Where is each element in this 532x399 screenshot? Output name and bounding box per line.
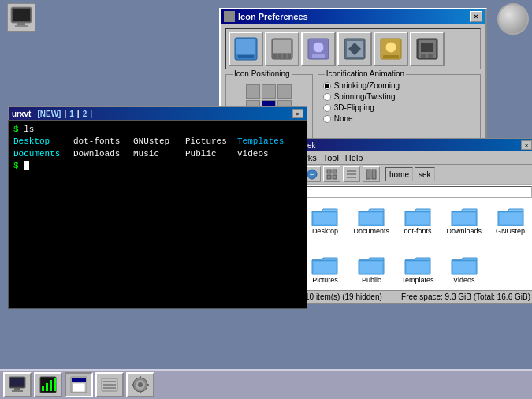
folder-icon-dotfonts [404,205,432,227]
svg-rect-43 [314,262,336,273]
terminal-col-videos: Videos [237,148,269,160]
svg-rect-1 [13,9,30,21]
terminal-prompt-symbol: $ [13,125,24,134]
icon-style-btn-5[interactable] [374,32,408,66]
folder-name-templates: Templates [401,277,433,285]
terminal-col-public: Public [185,148,233,160]
icon-prefs-toolbar [225,28,481,69]
svg-rect-21 [383,55,399,58]
icon-prefs-titlebar: Icon Preferences × [221,9,485,24]
filemanager-toolbar: ↩ home sek [300,165,532,185]
taskbar-item-2[interactable] [34,372,62,397]
svg-rect-40 [407,213,429,224]
fm-search-input[interactable] [303,186,532,198]
animation-option-3[interactable]: 3D-Flipping [323,103,475,112]
fm-folder-desktop[interactable]: Desktop [303,203,347,249]
fm-folder-gnustep[interactable]: GNUstep [489,203,532,249]
fm-path-area: home sek [385,167,435,181]
terminal-cursor [24,161,29,170]
terminal-tab-new[interactable]: [NEW] [37,110,61,118]
fm-path-search-button[interactable]: sek [415,167,435,181]
pos-cell-2[interactable] [262,84,276,99]
terminal-tab-sep-1: | [64,110,66,118]
terminal-col-pictures: Pictures [185,136,233,147]
icon-style-btn-2[interactable] [265,32,299,66]
svg-rect-42 [500,213,522,224]
icon-style-btn-1[interactable] [229,32,263,66]
svg-rect-58 [73,383,85,392]
iconification-animation-section: Iconification Animation Shrinking/Zoomin… [318,74,481,142]
terminal-line-row2: Documents Downloads Music Public Videos [13,148,302,160]
terminal-command-ls: ls [24,125,34,134]
terminal-tab-sep-2: | [77,110,80,118]
filemanager-content: Desktop Documents dot-fonts [300,200,532,301]
terminal-body[interactable]: $ ls Desktop dot-fonts GNUstep Pictures … [8,120,307,309]
icon-style-btn-4[interactable] [337,32,372,66]
fm-folder-downloads[interactable]: Downloads [442,203,485,249]
folder-name-gnustep: GNUstep [496,228,525,236]
folder-name-desktop: Desktop [312,228,338,236]
fm-list-view-button[interactable] [343,166,360,182]
taskbar-item-3[interactable] [65,372,93,397]
folder-icon-desktop [311,205,339,227]
animation-option-4[interactable]: None [323,114,475,123]
svg-rect-37 [372,170,376,179]
fm-status-items: 10 item(s) (19 hidden) [305,293,382,301]
icon-style-btn-3[interactable] [301,32,336,66]
svg-rect-30 [333,170,337,173]
svg-rect-36 [366,170,370,179]
top-right-decoration [497,3,529,35]
radio-circle-1 [323,82,331,90]
icon-prefs-close-button[interactable]: × [470,11,482,22]
desktop-icon[interactable] [3,3,39,32]
animation-label-3: 3D-Flipping [334,103,374,112]
svg-rect-34 [347,173,356,175]
svg-rect-35 [347,177,356,178]
svg-rect-50 [12,390,23,392]
folder-icon-downloads [450,205,478,227]
terminal-title-label: urxvt [12,110,31,118]
folder-icon-pictures [311,254,339,276]
svg-rect-15 [312,54,325,58]
icon-prefs-title-icon [224,11,235,22]
animation-option-1[interactable]: Shrinking/Zooming [323,81,475,90]
fm-path-home-button[interactable]: home [385,167,413,181]
svg-rect-2 [17,23,25,25]
folder-name-dotfonts: dot-fonts [404,228,431,236]
menu-item-help[interactable]: Help [345,153,363,162]
terminal-line-row1: Desktop dot-fonts GNUstep Pictures Templ… [13,136,302,147]
radio-circle-3 [323,104,331,112]
terminal-titlebar: urxvt [NEW] | 1 | 2 | × [8,106,307,120]
svg-rect-32 [333,175,337,179]
fm-folder-dotfonts[interactable]: dot-fonts [396,203,440,249]
taskbar-item-1[interactable] [3,372,32,397]
fm-split-view-button[interactable] [363,166,380,182]
terminal-col-gnustep: GNUstep [133,136,180,147]
taskbar-item-4[interactable] [95,372,124,397]
filemanager-menubar: rks Tool Help [300,151,532,165]
terminal-col-music: Music [133,148,180,160]
terminal-tabs: urxvt [NEW] | 1 | 2 | [12,110,92,118]
folder-icon-public [357,254,385,276]
terminal-tab-2[interactable]: 2 [83,110,87,118]
animation-label-4: None [334,114,353,123]
icon-positioning-title: Icon Positioning [233,69,292,78]
pos-cell-3[interactable] [277,84,292,99]
pos-cell-1[interactable] [246,84,260,99]
menu-item-tool[interactable]: Tool [323,153,339,162]
svg-rect-53 [46,383,48,391]
terminal-tab-1[interactable]: 1 [69,110,74,118]
terminal-col-desktop: Desktop [13,136,69,147]
icon-style-btn-6[interactable] [410,32,445,66]
terminal-line-prompt: $ ls [13,124,302,136]
filemanager-close-button[interactable]: × [521,140,532,150]
terminal-close-button[interactable]: × [292,109,303,118]
animation-option-2[interactable]: Spinning/Twisting [323,92,475,101]
svg-rect-3 [15,25,28,27]
svg-rect-39 [360,213,382,224]
svg-rect-38 [314,213,336,224]
taskbar-item-5[interactable] [126,372,154,397]
svg-rect-6 [238,55,254,58]
fm-folder-documents[interactable]: Documents [350,203,393,249]
fm-grid-view-button[interactable] [323,166,340,182]
